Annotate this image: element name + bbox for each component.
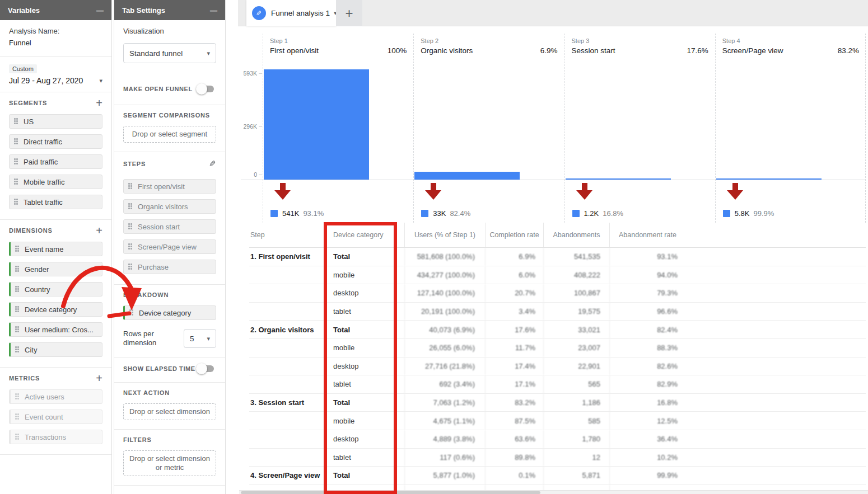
funnel-bar[interactable] xyxy=(264,69,369,180)
drag-handle-icon[interactable] xyxy=(14,199,18,205)
segment-chip[interactable]: Mobile traffic xyxy=(9,175,102,189)
drag-handle-icon[interactable] xyxy=(14,118,18,125)
dimension-chip[interactable]: City xyxy=(9,342,102,357)
cell-completion-rate: 89.8% xyxy=(485,449,543,467)
cell-abandonments: 1,780 xyxy=(543,430,609,448)
rows-per-dimension-value: 5 xyxy=(190,335,207,343)
step-chip[interactable]: First open/visit xyxy=(123,179,216,194)
drag-handle-icon[interactable] xyxy=(128,264,133,270)
funnel-step-name: Organic visitors xyxy=(421,46,540,55)
funnel-bar[interactable] xyxy=(716,178,822,180)
cell-users: 4,889 (3.8%) xyxy=(404,430,485,448)
segment-chip[interactable]: Tablet traffic xyxy=(9,195,102,209)
edit-steps-pencil-icon[interactable]: ✎ xyxy=(209,159,216,169)
visualization-select[interactable]: Standard funnel ▾ xyxy=(123,43,216,63)
horizontal-scrollbar[interactable] xyxy=(239,490,868,494)
drag-handle-icon[interactable] xyxy=(15,413,20,420)
cell-device-category: tablet xyxy=(326,380,404,388)
minimize-icon[interactable]: — xyxy=(210,6,217,15)
step-chip[interactable]: Purchase xyxy=(123,260,216,274)
cell-abandonments: 19,575 xyxy=(543,303,609,321)
cell-device-category: desktop xyxy=(326,362,404,370)
legend-square-icon xyxy=(723,210,730,217)
table-row: mobile 434,277 (100.0%) 6.0% 408,222 94.… xyxy=(249,266,866,285)
funnel-bar[interactable] xyxy=(414,172,520,180)
analysis-workspace: Variables — Analysis Name: Funnel Custom… xyxy=(0,0,868,494)
dimension-chip[interactable]: Country xyxy=(9,282,102,297)
next-action-dropzone[interactable]: Drop or select dimension xyxy=(123,403,216,420)
tab-title: Funnel analysis 1 xyxy=(271,9,330,17)
metric-chip[interactable]: Transactions xyxy=(9,430,102,444)
add-segment-icon[interactable]: + xyxy=(96,99,102,107)
variables-panel-title: Variables xyxy=(8,6,40,15)
filters-label: FILTERS xyxy=(123,436,216,443)
segment-chip[interactable]: US xyxy=(9,114,102,129)
drag-handle-icon[interactable] xyxy=(128,203,133,210)
breakdown-chip[interactable]: Device category xyxy=(123,305,216,320)
cell-completion-rate: 20.7% xyxy=(485,284,543,302)
funnel-bar[interactable] xyxy=(566,178,671,180)
add-metric-icon[interactable]: + xyxy=(96,374,102,382)
drag-handle-icon[interactable] xyxy=(15,434,20,440)
dimension-chip-label: Country xyxy=(25,285,50,294)
metric-chip[interactable]: Active users xyxy=(9,389,102,404)
segment-chip[interactable]: Paid traffic xyxy=(9,154,102,169)
date-range-section[interactable]: Custom Jul 29 - Aug 27, 2020 ▾ xyxy=(0,57,111,92)
cell-abandonments: 33,021 xyxy=(543,321,609,338)
variables-panel: Variables — Analysis Name: Funnel Custom… xyxy=(0,0,112,494)
rows-per-dimension-select[interactable]: 5 ▾ xyxy=(184,329,216,348)
column-header-users: Users (% of Step 1) xyxy=(404,223,485,247)
show-elapsed-time-toggle[interactable] xyxy=(197,365,214,372)
funnel-step-column: Step 1 First open/visit 100% 541K 93.1% xyxy=(263,34,413,223)
funnel-step-percent: 83.2% xyxy=(838,46,859,55)
drag-handle-icon[interactable] xyxy=(129,309,134,316)
minimize-icon[interactable]: — xyxy=(96,6,104,15)
drag-handle-icon[interactable] xyxy=(15,246,20,252)
make-open-funnel-toggle[interactable] xyxy=(197,86,214,92)
abandonment-arrow-icon xyxy=(727,183,744,200)
abandonment-legend: 33K 82.4% xyxy=(421,209,470,218)
cell-abandonment-rate: 82.9% xyxy=(609,375,678,393)
drag-handle-icon[interactable] xyxy=(15,306,20,313)
cell-users: 581,608 (100.0%) xyxy=(404,248,485,266)
step-chip-label: Organic visitors xyxy=(138,203,188,211)
date-range-value[interactable]: Jul 29 - Aug 27, 2020 xyxy=(9,76,83,85)
abandonment-rate: 82.4% xyxy=(450,209,470,218)
drag-handle-icon[interactable] xyxy=(128,183,133,190)
drag-handle-icon[interactable] xyxy=(15,286,20,293)
cell-completion-rate: 63.6% xyxy=(485,430,543,448)
analysis-name-value[interactable]: Funnel xyxy=(9,39,102,47)
step-chip[interactable]: Organic visitors xyxy=(123,199,216,214)
tab-funnel-analysis[interactable]: ✎ Funnel analysis 1 ▾ xyxy=(246,0,336,26)
segment-chip[interactable]: Direct traffic xyxy=(9,134,102,149)
dimension-chip[interactable]: Event name xyxy=(9,242,102,256)
filters-section: FILTERS Drop or select dimension or metr… xyxy=(114,430,225,486)
dimension-chip[interactable]: Device category xyxy=(9,302,102,317)
drag-handle-icon[interactable] xyxy=(14,178,18,185)
drag-handle-icon[interactable] xyxy=(15,393,20,400)
table-row: mobile 4,675 (1.1%) 87.5% 585 12.5% xyxy=(249,412,866,430)
metric-chip-label: Transactions xyxy=(25,433,66,441)
segment-dropzone[interactable]: Drop or select segment xyxy=(123,126,216,143)
steps-list: First open/visit Organic visitors Sessio… xyxy=(123,179,216,274)
step-chip[interactable]: Screen/Page view xyxy=(123,239,216,254)
dimension-chip[interactable]: User medium: Cros... xyxy=(9,322,102,337)
cell-abandonment-rate: 36.4% xyxy=(609,430,678,448)
funnel-step-name: Screen/Page view xyxy=(722,46,838,55)
chevron-down-icon[interactable]: ▾ xyxy=(99,77,102,84)
drag-handle-icon[interactable] xyxy=(15,326,20,333)
step-chip[interactable]: Session start xyxy=(123,219,216,234)
filters-dropzone[interactable]: Drop or select dimension or metric xyxy=(123,450,216,476)
drag-handle-icon[interactable] xyxy=(15,266,20,272)
dimension-chip[interactable]: Gender xyxy=(9,262,102,276)
add-dimension-icon[interactable]: + xyxy=(96,227,102,234)
drag-handle-icon[interactable] xyxy=(128,223,133,230)
drag-handle-icon[interactable] xyxy=(15,346,20,353)
drag-handle-icon[interactable] xyxy=(14,138,18,145)
metric-chip[interactable]: Event count xyxy=(9,410,102,424)
add-tab-button[interactable]: + xyxy=(336,0,362,26)
scrollbar-thumb[interactable] xyxy=(241,491,540,494)
drag-handle-icon[interactable] xyxy=(14,158,18,165)
drag-handle-icon[interactable] xyxy=(128,243,133,250)
cell-abandonment-rate: 94.0% xyxy=(609,266,678,284)
